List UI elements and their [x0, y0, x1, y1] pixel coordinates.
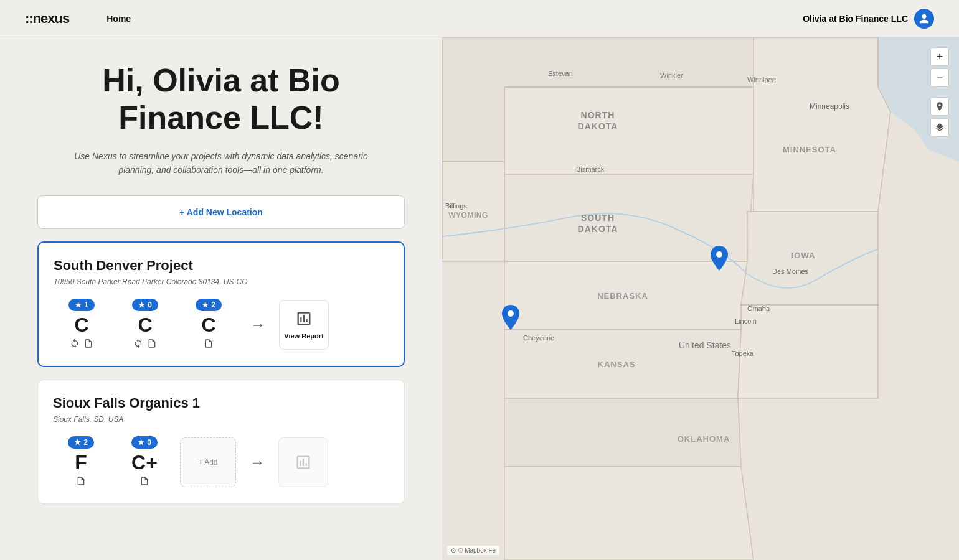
empty-report-slot: [278, 437, 328, 487]
sioux-scenario-badge-2: ★ 0: [131, 436, 158, 449]
svg-text:IOWA: IOWA: [791, 251, 816, 260]
svg-text:OKLAHOMA: OKLAHOMA: [678, 434, 730, 444]
sioux-star-count-2: 0: [147, 438, 151, 447]
svg-text:Estevan: Estevan: [548, 70, 573, 77]
svg-text:DAKOTA: DAKOTA: [578, 121, 618, 131]
svg-text:Winnipeg: Winnipeg: [747, 76, 776, 83]
svg-text:Billings: Billings: [445, 202, 467, 210]
add-scenario-button[interactable]: + Add: [180, 437, 236, 487]
welcome-title: Hi, Olivia at Bio Finance LLC!: [37, 62, 405, 137]
zoom-in-button[interactable]: +: [930, 47, 949, 66]
svg-text:Omaha: Omaha: [747, 305, 770, 312]
nav-home[interactable]: Home: [106, 14, 131, 24]
scenario-grade-1: C: [74, 315, 88, 335]
avatar[interactable]: [914, 9, 934, 29]
scenario-icons-3: [204, 338, 214, 351]
logo: ::nexus: [25, 11, 69, 27]
sioux-scenario-item-1[interactable]: ★ 2 F: [53, 436, 109, 488]
project-card-sioux-falls: Sioux Falls Organics 1 Sioux Falls, SD, …: [37, 380, 405, 504]
project-title-south-denver: South Denver Project: [54, 258, 389, 274]
svg-text:Cheyenne: Cheyenne: [523, 334, 554, 342]
svg-text:NORTH: NORTH: [581, 110, 615, 120]
svg-text:Winkler: Winkler: [660, 72, 683, 79]
doc-icon-3: [204, 338, 214, 351]
scenario-grade-3: C: [201, 315, 215, 335]
svg-text:Des Moines: Des Moines: [772, 268, 809, 275]
star-icon-1: ★: [75, 301, 82, 309]
scenario-item-1[interactable]: ★ 1 C: [54, 299, 110, 351]
attribution-text: © Mapbox Fe: [458, 547, 496, 554]
scenario-grade-2: C: [138, 315, 152, 335]
sioux-doc-icon-1: [76, 476, 86, 488]
scenario-row-sioux-falls: ★ 2 F ★ 0 C+: [53, 436, 389, 488]
star-count-1: 1: [84, 301, 88, 309]
sioux-star-icon-1: ★: [74, 438, 81, 447]
left-panel: Hi, Olivia at Bio Finance LLC! Use Nexus…: [0, 37, 442, 560]
svg-text:DAKOTA: DAKOTA: [578, 224, 618, 234]
sioux-scenario-grade-2: C+: [131, 452, 158, 472]
sioux-scenario-grade-1: F: [75, 452, 87, 472]
welcome-subtitle: Use Nexus to streamline your projects wi…: [72, 149, 371, 177]
svg-text:NEBRASKA: NEBRASKA: [597, 291, 648, 301]
doc-icon-1: [83, 338, 93, 351]
sioux-doc-icon-2: [139, 476, 149, 488]
map-panel[interactable]: NORTH DAKOTA SOUTH DAKOTA NEBRASKA KANSA…: [442, 37, 959, 560]
recycle-icon-2: [133, 338, 143, 351]
scenario-badge-1: ★ 1: [68, 299, 95, 311]
location-button[interactable]: [930, 97, 949, 116]
main-nav: Home: [106, 13, 131, 24]
doc-icon-2: [147, 338, 157, 351]
layers-button[interactable]: [930, 118, 949, 137]
scenario-icons-2: [133, 338, 157, 351]
sioux-scenario-icons-2: [139, 476, 149, 488]
star-count-3: 2: [211, 301, 215, 309]
svg-text:Lincoln: Lincoln: [735, 317, 757, 325]
view-report-label: View Report: [284, 332, 323, 340]
svg-text:SOUTH: SOUTH: [581, 213, 615, 223]
scenario-icons-1: [70, 338, 93, 351]
sioux-star-count-1: 2: [83, 438, 88, 447]
sioux-scenario-badge-1: ★ 2: [68, 436, 94, 449]
scenario-item-3[interactable]: ★ 2 C: [181, 299, 237, 351]
svg-text:KANSAS: KANSAS: [598, 360, 636, 369]
scenario-row-south-denver: ★ 1 C ★: [54, 299, 389, 351]
svg-text:MINNESOTA: MINNESOTA: [783, 145, 836, 154]
project-card-south-denver: South Denver Project 10950 South Parker …: [37, 241, 405, 367]
scenario-badge-2: ★ 0: [132, 299, 158, 311]
arrow-right-button[interactable]: →: [244, 316, 272, 334]
svg-point-24: [508, 310, 514, 317]
add-location-button[interactable]: + Add New Location: [37, 195, 405, 229]
user-name-label: Olivia at Bio Finance LLC: [803, 14, 908, 24]
svg-point-23: [716, 251, 722, 258]
mapbox-logo: ⊙: [451, 547, 456, 554]
zoom-out-button[interactable]: −: [930, 68, 949, 87]
project-address-sioux-falls: Sioux Falls, SD, USA: [53, 415, 389, 424]
star-icon-3: ★: [202, 301, 209, 309]
sioux-scenario-icons-1: [76, 476, 86, 488]
app-header: ::nexus Home Olivia at Bio Finance LLC: [0, 0, 959, 37]
sioux-arrow-right-button[interactable]: →: [243, 454, 271, 471]
map-controls: + −: [930, 47, 949, 137]
svg-text:Minneapolis: Minneapolis: [810, 102, 849, 111]
user-menu[interactable]: Olivia at Bio Finance LLC: [803, 9, 934, 29]
star-count-2: 0: [148, 301, 152, 309]
main-layout: Hi, Olivia at Bio Finance LLC! Use Nexus…: [0, 37, 959, 560]
project-title-sioux-falls: Sioux Falls Organics 1: [53, 395, 389, 411]
svg-text:Bismarck: Bismarck: [576, 166, 605, 173]
svg-text:Topeka: Topeka: [732, 350, 754, 357]
sioux-scenario-item-2[interactable]: ★ 0 C+: [116, 436, 172, 488]
map-attribution: ⊙ © Mapbox Fe: [447, 546, 499, 555]
sioux-star-icon-2: ★: [138, 438, 144, 447]
add-scenario-label: + Add: [198, 458, 217, 467]
svg-text:United States: United States: [679, 340, 731, 350]
svg-text:WYOMING: WYOMING: [448, 211, 488, 220]
scenario-item-2[interactable]: ★ 0 C: [117, 299, 173, 351]
report-icon: [295, 310, 313, 329]
map-background: NORTH DAKOTA SOUTH DAKOTA NEBRASKA KANSA…: [442, 37, 959, 560]
star-icon-2: ★: [138, 301, 145, 309]
scenario-badge-3: ★ 2: [196, 299, 222, 311]
project-address-south-denver: 10950 South Parker Road Parker Colorado …: [54, 278, 389, 286]
view-report-button[interactable]: View Report: [279, 300, 329, 350]
recycle-icon-1: [70, 338, 80, 351]
